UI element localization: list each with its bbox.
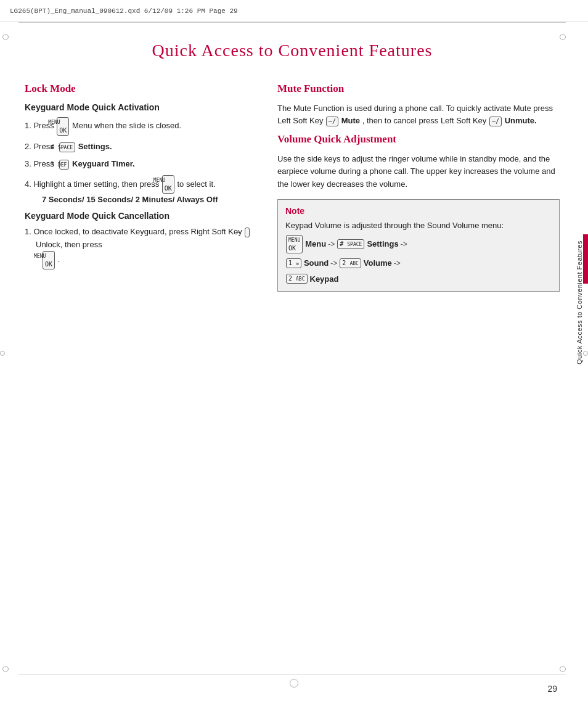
header-text: LG265(BPT)_Eng_manual_090612.qxd 6/12/09… xyxy=(10,7,238,15)
one-key-note: 1 ✉ xyxy=(286,258,301,268)
side-tab-text: Quick Access to Convenient Features xyxy=(575,240,584,364)
edge-mark-left xyxy=(0,351,5,356)
step-3: 3. Press 3 DEF Keyguard Timer. xyxy=(25,158,259,170)
keyguard-activation-title: Keyguard Mode Quick Activation xyxy=(25,102,259,112)
header-bar: LG265(BPT)_Eng_manual_090612.qxd 6/12/09… xyxy=(0,0,588,22)
note-menu-line-3: 2 ABC Keypad xyxy=(285,273,552,285)
cancellation-steps: 1. Once locked, to deactivate Keyguard, … xyxy=(25,226,259,269)
page-number: 29 xyxy=(547,684,557,694)
note-body: Keypad Volume is adjusted through the So… xyxy=(285,220,552,285)
note-title: Note xyxy=(285,206,552,216)
settings-key-note: # SPACE xyxy=(337,239,364,249)
volume-body: Use the side keys to adjust the ringer v… xyxy=(277,153,560,190)
menu-ok-step: MENUOK . xyxy=(36,251,259,269)
note-menu-line-1: MENUOK Menu -> # SPACE Settings -> xyxy=(285,235,552,253)
step-4: 4. Highlight a timer setting, then press… xyxy=(25,175,259,206)
lock-mode-title: Lock Mode xyxy=(25,83,259,95)
two-abc-key-note-2: 2 ABC xyxy=(286,274,308,284)
three-def-key: 3 DEF xyxy=(59,160,70,170)
step-1: 1. Press MENUOK Menu when the slide is c… xyxy=(25,117,259,136)
menu-ok-key-1: MENUOK xyxy=(57,117,69,136)
activation-steps: 1. Press MENUOK Menu when the slide is c… xyxy=(25,117,259,206)
corner-mark-bl xyxy=(2,666,9,672)
bottom-rule xyxy=(18,675,566,675)
mute-function-title: Mute Function xyxy=(277,83,560,95)
note-menu-line-2: 1 ✉ Sound -> 2 ABC Volume -> xyxy=(285,257,552,269)
cancel-step-1: 1. Once locked, to deactivate Keyguard, … xyxy=(25,226,259,269)
two-abc-key-note-1: 2 ABC xyxy=(340,258,361,268)
menu-key-note: MENUOK xyxy=(286,235,303,253)
columns-container: Lock Mode Keyguard Mode Quick Activation… xyxy=(25,83,560,292)
menu-ok-key-2: MENUOK xyxy=(162,175,174,194)
mute-key-2: —/ xyxy=(489,117,502,126)
volume-adjustment-title: Volume Quick Adjustment xyxy=(277,133,560,146)
center-bottom-mark xyxy=(290,679,298,688)
hash-space-key: # SPACE xyxy=(59,142,75,152)
right-column: Mute Function The Mute Function is used … xyxy=(277,83,560,292)
menu-ok-key-3: MENUOK xyxy=(43,251,55,269)
timer-options: 7 Seconds/ 15 Seconds/ 2 Minutes/ Always… xyxy=(36,194,259,206)
mute-body: The Mute Function is used during a phone… xyxy=(277,102,560,127)
page-title: Quick Access to Convenient Features xyxy=(25,41,560,60)
right-soft-key: — xyxy=(245,228,250,237)
main-content: Quick Access to Convenient Features Lock… xyxy=(18,22,566,669)
side-tab: Quick Access to Convenient Features xyxy=(571,123,588,481)
side-tab-bar xyxy=(583,234,588,284)
note-box: Note Keypad Volume is adjusted through t… xyxy=(277,199,560,292)
left-column: Lock Mode Keyguard Mode Quick Activation… xyxy=(25,83,259,292)
step-2: 2. Press # SPACE Settings. xyxy=(25,141,259,153)
corner-mark-tl xyxy=(2,34,9,40)
keyguard-cancellation-title: Keyguard Mode Quick Cancellation xyxy=(25,211,259,221)
mute-key-1: —/ xyxy=(326,117,338,126)
